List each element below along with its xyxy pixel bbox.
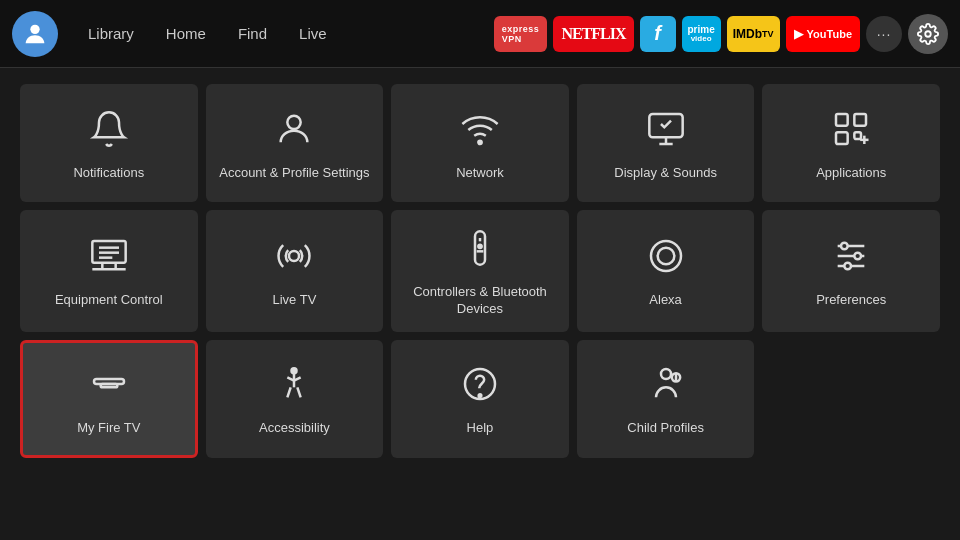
display-icon [646, 109, 686, 153]
tile-notifications[interactable]: Notifications [20, 84, 198, 202]
monitor-icon [89, 236, 129, 280]
antenna-icon [274, 236, 314, 280]
tile-help-label: Help [467, 420, 494, 437]
svg-rect-8 [855, 114, 867, 126]
app-expressvpn[interactable]: expressVPN [494, 16, 548, 52]
bell-icon [89, 109, 129, 153]
svg-point-23 [478, 245, 481, 248]
tile-controllers-bluetooth-label: Controllers & Bluetooth Devices [401, 284, 559, 318]
tile-preferences-label: Preferences [816, 292, 886, 309]
tile-notifications-label: Notifications [73, 165, 144, 182]
child-icon [646, 364, 686, 408]
tile-alexa-label: Alexa [649, 292, 682, 309]
tile-network[interactable]: Network [391, 84, 569, 202]
tile-child-profiles-label: Child Profiles [627, 420, 704, 437]
svg-rect-9 [836, 132, 848, 144]
svg-point-36 [292, 368, 297, 373]
accessibility-icon [274, 364, 314, 408]
app-netflix[interactable]: NETFLIX [553, 16, 633, 52]
svg-point-27 [657, 248, 674, 265]
app-shortcuts: expressVPN NETFLIX f prime video IMDbTV … [494, 14, 948, 54]
settings-button[interactable] [908, 14, 948, 54]
svg-point-0 [30, 24, 39, 33]
sliders-icon [831, 236, 871, 280]
tile-equipment-control-label: Equipment Control [55, 292, 163, 309]
topbar: Library Home Find Live expressVPN NETFLI… [0, 0, 960, 68]
tile-alexa[interactable]: Alexa [577, 210, 755, 332]
tile-network-label: Network [456, 165, 504, 182]
app-prime-video[interactable]: prime video [682, 16, 721, 52]
svg-rect-10 [855, 132, 862, 139]
remote-icon [460, 228, 500, 272]
tile-applications[interactable]: Applications [762, 84, 940, 202]
tile-help[interactable]: Help [391, 340, 569, 458]
tile-my-fire-tv-label: My Fire TV [77, 420, 140, 437]
app-youtube[interactable]: ▶YouTube [786, 16, 860, 52]
svg-point-20 [289, 251, 299, 261]
tile-accessibility-label: Accessibility [259, 420, 330, 437]
svg-point-39 [479, 395, 482, 398]
more-apps-button[interactable]: ··· [866, 16, 902, 52]
svg-point-1 [925, 31, 931, 37]
tile-child-profiles[interactable]: Child Profiles [577, 340, 755, 458]
settings-area: Notifications Account & Profile Settings… [0, 68, 960, 474]
svg-point-32 [855, 253, 862, 260]
nav-library[interactable]: Library [74, 19, 148, 48]
tile-account-label: Account & Profile Settings [219, 165, 369, 182]
settings-grid: Notifications Account & Profile Settings… [20, 84, 940, 458]
tile-live-tv[interactable]: Live TV [206, 210, 384, 332]
nav-live[interactable]: Live [285, 19, 341, 48]
svg-rect-35 [100, 384, 117, 387]
nav-find[interactable]: Find [224, 19, 281, 48]
person-icon [274, 109, 314, 153]
tile-my-fire-tv[interactable]: My Fire TV [20, 340, 198, 458]
tile-equipment-control[interactable]: Equipment Control [20, 210, 198, 332]
svg-point-33 [845, 263, 852, 270]
tile-live-tv-label: Live TV [272, 292, 316, 309]
alexa-icon [646, 236, 686, 280]
user-avatar[interactable] [12, 11, 58, 57]
app-imdb-tv[interactable]: IMDbTV [727, 16, 780, 52]
nav-home[interactable]: Home [152, 19, 220, 48]
tile-controllers-bluetooth[interactable]: Controllers & Bluetooth Devices [391, 210, 569, 332]
wifi-icon [460, 109, 500, 153]
svg-point-40 [661, 369, 671, 379]
tile-display-sounds[interactable]: Display & Sounds [577, 84, 755, 202]
tile-applications-label: Applications [816, 165, 886, 182]
tile-accessibility[interactable]: Accessibility [206, 340, 384, 458]
svg-point-2 [288, 115, 301, 128]
tile-account[interactable]: Account & Profile Settings [206, 84, 384, 202]
tile-display-sounds-label: Display & Sounds [614, 165, 717, 182]
svg-rect-7 [836, 114, 848, 126]
firetv-icon [89, 364, 129, 408]
svg-point-3 [478, 140, 481, 143]
main-nav: Library Home Find Live [74, 19, 341, 48]
svg-point-31 [841, 243, 848, 250]
app-freevee[interactable]: f [640, 16, 676, 52]
help-icon [460, 364, 500, 408]
apps-icon [831, 109, 871, 153]
svg-point-26 [651, 241, 681, 271]
tile-preferences[interactable]: Preferences [762, 210, 940, 332]
